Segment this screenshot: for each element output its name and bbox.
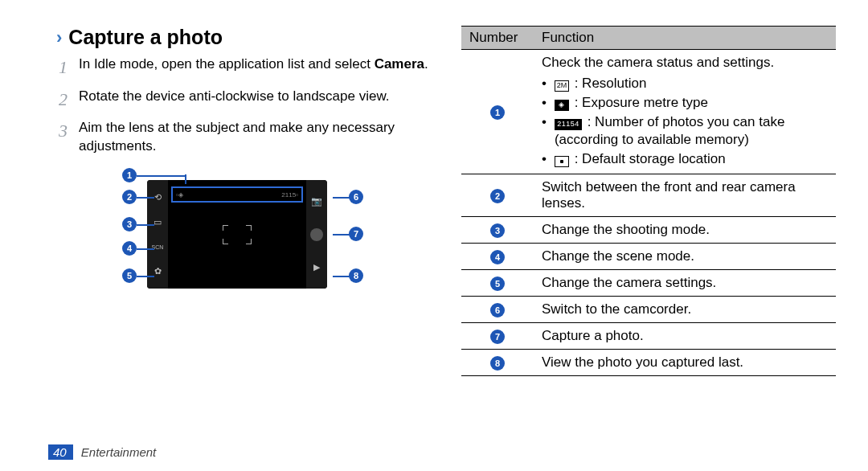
status-right-icon: 2115▫: [281, 191, 298, 199]
heading-text: Capture a photo: [68, 26, 223, 49]
function-cell: Change the camera settings.: [534, 270, 836, 297]
status-bar: ▫◈ 2115▫: [171, 186, 303, 203]
focus-brackets-icon: [223, 225, 252, 244]
step-item: 2 Rotate the device anti-clockwise to la…: [56, 88, 431, 112]
number-badge: 6: [490, 303, 505, 317]
table-row: 8View the photo you captured last.: [461, 350, 836, 376]
function-cell: Capture a photo.: [534, 323, 836, 350]
number-cell: 4: [461, 244, 534, 270]
table-row: 2Switch between the front and rear camer…: [461, 174, 836, 217]
storage-icon: [555, 156, 569, 167]
number-cell: 7: [461, 323, 534, 350]
callout-badge: 5: [122, 268, 137, 283]
callout-badge: 6: [349, 190, 363, 204]
fill-icon: ▭: [151, 215, 164, 228]
section-name: Entertainment: [81, 445, 156, 459]
function-text: Change the shooting mode.: [542, 222, 828, 238]
table-row: 1Check the camera status and settings.2M…: [461, 50, 836, 174]
status-left-icon: ▫◈: [176, 191, 183, 199]
page: › Capture a photo 1 In Idle mode, open t…: [0, 0, 868, 471]
step-text: In Idle mode, open the application list …: [79, 55, 428, 80]
callout-badge: 4: [122, 241, 137, 256]
callout-badge: 7: [349, 227, 363, 241]
gallery-icon: ▶: [310, 261, 323, 274]
function-cell: Check the camera status and settings.2M …: [534, 50, 836, 174]
table-row: 6Switch to the camcorder.: [461, 297, 836, 323]
detail-text: : Number of photos you can take (accordi…: [555, 114, 784, 147]
number-badge: 5: [490, 276, 505, 291]
right-column: Number Function 1Check the camera status…: [453, 26, 836, 457]
function-text: Switch between the front and rear camera…: [542, 179, 828, 211]
step-item: 3 Aim the lens at the subject and make a…: [56, 119, 431, 156]
number-cell: 3: [461, 217, 534, 244]
table-row: 5Change the camera settings.: [461, 270, 836, 297]
function-detail-item: : Default storage location: [542, 149, 828, 169]
step-number: 2: [56, 88, 68, 112]
table-row: 3Change the shooting mode.: [461, 217, 836, 244]
step-list: 1 In Idle mode, open the application lis…: [56, 55, 431, 156]
function-text: Switch to the camcorder.: [542, 301, 828, 317]
number-badge: 1: [490, 105, 505, 120]
page-number: 40: [48, 444, 73, 460]
number-badge: 3: [490, 223, 505, 238]
number-cell: 2: [461, 174, 534, 217]
function-text: Check the camera status and settings.: [542, 55, 828, 71]
number-badge: 8: [490, 356, 505, 371]
step-text: Rotate the device anti-clockwise to land…: [79, 88, 389, 112]
function-detail-item: 2M : Resolution: [542, 74, 828, 93]
function-text: Change the camera settings.: [542, 275, 828, 291]
function-text: View the photo you captured last.: [542, 354, 828, 371]
scn-icon: SCN: [151, 240, 164, 253]
table-row: 7Capture a photo.: [461, 323, 836, 350]
chevron-icon: ›: [56, 29, 62, 47]
function-detail-item: 21154 : Number of photos you can take (a…: [542, 113, 828, 149]
detail-text: : Resolution: [571, 76, 647, 91]
function-table: Number Function 1Check the camera status…: [461, 26, 836, 376]
number-cell: 6: [461, 297, 534, 323]
detail-text: : Default storage location: [571, 151, 726, 166]
shutter-icon: [310, 228, 323, 241]
function-detail-list: 2M : Resolution◈ : Exposure metre type21…: [542, 74, 828, 169]
table-row: 4Change the scene mode.: [461, 244, 836, 270]
step-text: Aim the lens at the subject and make any…: [79, 119, 431, 156]
number-badge: 2: [490, 189, 505, 203]
col-header-function: Function: [534, 27, 836, 50]
function-cell: View the photo you captured last.: [534, 350, 836, 376]
number-cell: 1: [461, 50, 534, 174]
left-column: › Capture a photo 1 In Idle mode, open t…: [56, 26, 453, 457]
detail-text: : Exposure metre type: [571, 95, 708, 110]
camera-screenshot: ⟲ ▭ SCN ✿ 📷 ▶ ▫◈ 2115▫: [147, 180, 327, 289]
number-badge: 7: [490, 330, 505, 344]
function-cell: Change the shooting mode.: [534, 217, 836, 244]
function-text: Capture a photo.: [542, 328, 828, 344]
callout-badge: 2: [122, 190, 137, 204]
step-number: 1: [56, 55, 68, 80]
callout-badge: 3: [122, 217, 137, 231]
function-cell: Switch to the camcorder.: [534, 297, 836, 323]
number-cell: 8: [461, 350, 534, 376]
camcorder-icon: 📷: [310, 195, 323, 208]
number-cell: 5: [461, 270, 534, 297]
right-icon-panel: 📷 ▶: [306, 180, 327, 289]
function-text: Change the scene mode.: [542, 248, 828, 264]
section-heading: › Capture a photo: [56, 26, 431, 49]
resolution-icon: 2M: [555, 80, 569, 92]
col-header-number: Number: [461, 27, 534, 50]
number-badge: 4: [490, 250, 505, 264]
callout-badge: 1: [122, 168, 137, 182]
step-item: 1 In Idle mode, open the application lis…: [56, 55, 431, 80]
page-footer: 40 Entertainment: [48, 444, 156, 460]
camera-diagram: ⟲ ▭ SCN ✿ 📷 ▶ ▫◈ 2115▫: [56, 170, 431, 303]
photo-count-icon: 21154: [555, 119, 582, 130]
function-cell: Change the scene mode.: [534, 244, 836, 270]
step-number: 3: [56, 119, 68, 156]
callout-badge: 8: [349, 268, 363, 283]
function-detail-item: ◈ : Exposure metre type: [542, 93, 828, 113]
exposure-meter-icon: ◈: [555, 100, 569, 111]
function-cell: Switch between the front and rear camera…: [534, 174, 836, 217]
